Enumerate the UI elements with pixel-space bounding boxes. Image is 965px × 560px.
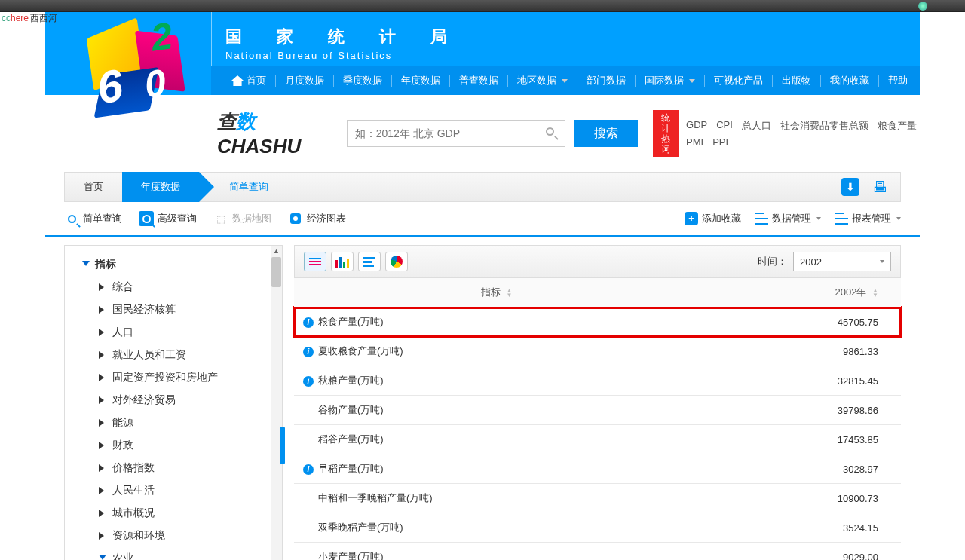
table-row[interactable]: 稻谷产量(万吨)17453.85: [294, 425, 901, 454]
chevron-right-icon: [99, 374, 104, 381]
nav-item-0[interactable]: 月度数据: [276, 66, 333, 95]
table-row[interactable]: i秋粮产量(万吨)32815.45: [294, 366, 901, 396]
nav-item-1[interactable]: 季度数据: [334, 66, 391, 95]
tree-node-7[interactable]: 财政: [76, 434, 267, 457]
chevron-right-icon: [99, 532, 104, 540]
tree-node-10[interactable]: 城市概况: [76, 502, 267, 525]
table-row[interactable]: 谷物产量(万吨)39798.66: [294, 396, 901, 425]
query-toolbar: 简单查询 高级查询 ⬚ 数据地图 经济图表 + 添加收藏 数据管理: [45, 202, 920, 237]
breadcrumb-active[interactable]: 年度数据: [122, 172, 199, 202]
sidebar-collapse-handle[interactable]: [280, 427, 285, 464]
table-row[interactable]: i粮食产量(万吨)45705.75: [294, 308, 901, 337]
list-icon: [755, 213, 768, 225]
advanced-query-button[interactable]: 高级查询: [139, 211, 197, 226]
chevron-right-icon: [99, 351, 104, 359]
table-row[interactable]: 中稻和一季晚稻产量(万吨)10900.73: [294, 484, 901, 513]
download-button[interactable]: [841, 178, 859, 196]
info-icon[interactable]: i: [303, 347, 314, 357]
table-row[interactable]: 小麦产量(万吨)9029.00: [294, 543, 901, 561]
tree-root-indicator[interactable]: 指标: [76, 253, 267, 276]
hot-word-2[interactable]: 总人口: [742, 119, 771, 133]
indicator-value: 17453.85: [699, 425, 901, 454]
info-icon[interactable]: i: [303, 376, 314, 387]
nav-home[interactable]: 首页: [222, 66, 275, 95]
nav-item-6[interactable]: 国际数据: [636, 66, 704, 95]
tree-node-6[interactable]: 能源: [76, 412, 267, 434]
column-indicator[interactable]: 指标 ▲▼: [294, 278, 699, 308]
indicator-value: 3524.15: [699, 513, 901, 543]
bar-chart-icon: [335, 256, 349, 268]
table-row[interactable]: 双季晚稻产量(万吨)3524.15: [294, 513, 901, 543]
watermark-cn: 西西河: [30, 13, 57, 23]
site-logo[interactable]: 2 6 0: [68, 12, 188, 133]
tree-node-3[interactable]: 就业人员和工资: [76, 344, 267, 366]
search-button[interactable]: 搜索: [574, 120, 638, 147]
watermark-here: here: [11, 13, 29, 23]
search-input[interactable]: [347, 120, 565, 147]
data-manage-button[interactable]: 数据管理: [755, 212, 821, 225]
chevron-right-icon: [99, 396, 104, 404]
indicator-name: 早稻产量(万吨): [318, 463, 384, 474]
nav-item-8[interactable]: 出版物: [773, 66, 820, 95]
nav-item-3[interactable]: 普查数据: [450, 66, 507, 95]
info-icon[interactable]: i: [303, 317, 314, 328]
chevron-right-icon: [99, 442, 104, 449]
tree-node-agriculture[interactable]: 农业: [76, 547, 267, 560]
tree-node-0[interactable]: 综合: [76, 276, 267, 298]
time-label: 时间：: [758, 255, 787, 268]
hot-word-3[interactable]: 社会消费品零售总额: [780, 119, 868, 133]
breadcrumb: 首页 年度数据 简单查询 🖶: [64, 172, 901, 202]
hot-word-4[interactable]: 粮食产量: [878, 119, 917, 133]
indicator-name: 稻谷产量(万吨): [303, 433, 384, 446]
indicator-tree-sidebar: ▲ ▼ 指标 综合国民经济核算人口就业人员和工资固定资产投资和房地产对外经济贸易…: [64, 245, 283, 560]
scroll-thumb[interactable]: [271, 257, 281, 287]
table-row[interactable]: i早稻产量(万吨)3028.97: [294, 454, 901, 484]
chevron-down-icon: [816, 217, 821, 220]
nav-item-7[interactable]: 可视化产品: [705, 66, 772, 95]
nav-item-4[interactable]: 地区数据: [508, 66, 577, 95]
nav-item-9[interactable]: 我的收藏: [821, 66, 878, 95]
chevron-down-icon: [82, 261, 90, 266]
hot-word-6[interactable]: PPI: [712, 136, 728, 148]
pie-chart-button[interactable]: [385, 252, 408, 271]
chevron-right-icon: [99, 510, 104, 517]
bar-chart-button[interactable]: [331, 252, 354, 271]
scroll-up-icon[interactable]: ▲: [273, 247, 280, 255]
hot-word-1[interactable]: CPI: [716, 119, 733, 133]
tree-node-5[interactable]: 对外经济贸易: [76, 389, 267, 412]
hot-word-5[interactable]: PMI: [686, 136, 703, 148]
add-favorite-button[interactable]: + 添加收藏: [685, 212, 741, 225]
nav-item-5[interactable]: 部门数据: [577, 66, 635, 95]
table-view-button[interactable]: [304, 252, 326, 271]
column-year[interactable]: 2002年 ▲▼: [699, 278, 901, 308]
chevron-down-icon: [689, 79, 695, 83]
economic-chart-button[interactable]: 经济图表: [288, 211, 346, 226]
scrollbar[interactable]: ▲ ▼: [271, 246, 282, 560]
breadcrumb-home[interactable]: 首页: [65, 172, 122, 202]
simple-query-button[interactable]: 简单查询: [64, 211, 122, 226]
line-chart-button[interactable]: [358, 252, 381, 271]
chevron-right-icon: [99, 487, 104, 494]
tree-node-1[interactable]: 国民经济核算: [76, 298, 267, 321]
info-icon[interactable]: i: [303, 464, 314, 475]
chevron-down-icon: [880, 260, 884, 263]
report-manage-button[interactable]: 报表管理: [835, 212, 901, 225]
nav-item-10[interactable]: 帮助: [879, 66, 917, 95]
tree-node-11[interactable]: 资源和环境: [76, 525, 267, 547]
table-row[interactable]: i夏收粮食产量(万吨)9861.33: [294, 337, 901, 366]
indicator-value: 3028.97: [699, 454, 901, 484]
table-icon: [309, 258, 321, 265]
tree-node-4[interactable]: 固定资产投资和房地产: [76, 366, 267, 389]
time-select[interactable]: 2002: [793, 252, 891, 271]
tree-node-2[interactable]: 人口: [76, 321, 267, 344]
print-button[interactable]: 🖶: [871, 178, 889, 196]
indicator-value: 39798.66: [699, 396, 901, 425]
site-title-cn: 国 家 统 计 局: [225, 26, 920, 48]
indicator-value: 45705.75: [699, 308, 901, 337]
nav-item-2[interactable]: 年度数据: [392, 66, 449, 95]
tree-node-8[interactable]: 价格指数: [76, 457, 267, 479]
tree-node-9[interactable]: 人民生活: [76, 479, 267, 502]
data-map-button[interactable]: ⬚ 数据地图: [213, 211, 271, 226]
hot-word-0[interactable]: GDP: [686, 119, 707, 133]
sort-icon: ▲▼: [507, 289, 513, 298]
